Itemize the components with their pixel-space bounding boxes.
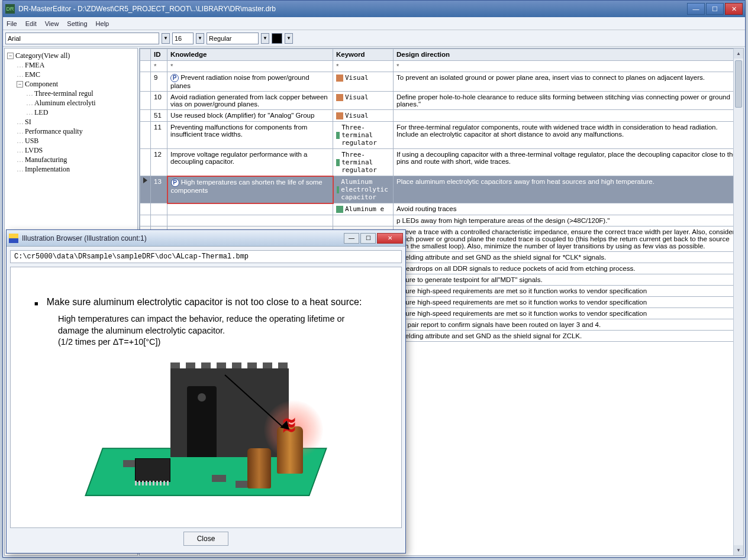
knowledge-filter[interactable]: * xyxy=(167,61,333,72)
knowledge-cell: Avoid radiation generated from lack copp… xyxy=(167,92,333,110)
style-select[interactable] xyxy=(207,33,259,44)
id-filter[interactable]: * xyxy=(151,61,167,72)
tree-item[interactable]: …Aluminum electrolyti xyxy=(26,98,135,108)
tree-item[interactable]: …Performance quality xyxy=(17,127,135,136)
close-button[interactable]: ✕ xyxy=(725,3,743,15)
design-cell: If using a decoupling capacitor with a t… xyxy=(394,149,743,176)
font-dropdown-icon[interactable]: ▼ xyxy=(162,33,170,44)
menu-help[interactable]: Help xyxy=(96,20,109,27)
dialog-close-button[interactable]: Close xyxy=(183,532,229,546)
knowledge-cell: P High temperatures can shorten the life… xyxy=(167,176,333,203)
keyword-icon xyxy=(336,112,343,119)
knowledge-header[interactable]: Knowledge xyxy=(167,49,333,61)
dialog-minimize-button[interactable]: — xyxy=(344,233,359,244)
app-icon: DR xyxy=(5,4,15,14)
info-icon: P xyxy=(170,74,179,82)
id-cell: 11 xyxy=(151,122,167,149)
tree-item[interactable]: …USB xyxy=(17,136,135,145)
scroll-down-icon[interactable]: ▼ xyxy=(734,545,743,555)
table-row[interactable]: 11Preventing malfunctions for components… xyxy=(140,122,743,149)
dialog-icon xyxy=(9,234,18,243)
design-cell: For three-terminal regulator components,… xyxy=(394,122,743,149)
tree-collapse-icon[interactable]: − xyxy=(7,53,14,59)
keyword-icon xyxy=(337,186,340,193)
tree-item[interactable]: …EMC xyxy=(17,70,135,79)
menu-edit[interactable]: Edit xyxy=(25,20,37,27)
keyword-icon xyxy=(336,75,343,82)
menu-file[interactable]: File xyxy=(7,20,17,27)
dialog-title-bar[interactable]: Illustration Browser (Illustration count… xyxy=(7,230,405,247)
keyword-icon xyxy=(336,159,340,166)
design-header[interactable]: Design direction xyxy=(394,49,743,61)
id-cell: 51 xyxy=(151,110,167,122)
menu-view[interactable]: View xyxy=(45,20,59,27)
keyword-text: Three-terminal regulator xyxy=(341,151,390,174)
tree-item[interactable]: …FMEA xyxy=(17,60,135,70)
color-swatch[interactable] xyxy=(272,33,282,44)
tree-item-component[interactable]: −Component xyxy=(17,79,135,89)
tree-item[interactable]: …Implementation xyxy=(17,164,135,174)
id-cell xyxy=(151,203,167,215)
knowledge-cell xyxy=(167,215,333,226)
dialog-close-x-button[interactable]: ✕ xyxy=(377,233,403,244)
table-row[interactable]: 12Improve voltage regulator performance … xyxy=(140,149,743,176)
maximize-button[interactable]: ☐ xyxy=(706,3,724,15)
keyword-icon xyxy=(336,132,340,139)
keyword-filter[interactable]: * xyxy=(333,61,394,72)
color-dropdown-icon[interactable]: ▼ xyxy=(285,33,293,44)
keyword-cell: Visual xyxy=(333,72,394,92)
keyword-cell: Three-terminal regulator xyxy=(333,122,394,149)
table-row[interactable]: 10Avoid radiation generated from lack co… xyxy=(140,92,743,110)
toolbar: ▼ ▼ ▼ ▼ xyxy=(3,30,745,47)
table-row[interactable]: Aluminum eAvoid routing traces xyxy=(140,203,743,215)
dialog-title: Illustration Browser (Illustration count… xyxy=(22,234,344,242)
keyword-cell: Aluminum electrolytic capacitor xyxy=(333,176,394,203)
design-filter[interactable]: * xyxy=(394,61,743,72)
keyword-icon xyxy=(336,94,343,101)
tree-collapse-icon[interactable]: − xyxy=(17,81,23,88)
font-select[interactable] xyxy=(5,33,159,44)
keyword-header[interactable]: Keyword xyxy=(333,49,394,61)
dialog-maximize-button[interactable]: ☐ xyxy=(360,233,376,244)
design-cell: e sure high-speed requirements are met s… xyxy=(394,286,743,297)
minimize-button[interactable]: — xyxy=(687,3,705,15)
menu-bar: File Edit View Setting Help xyxy=(3,17,745,30)
tree-item[interactable]: …Three-terminal regul xyxy=(26,89,135,98)
design-cell: shielding attribute and set GND as the s… xyxy=(394,252,743,263)
design-cell: p LEDs away from high temperature areas … xyxy=(394,215,743,226)
id-header[interactable]: ID xyxy=(151,49,167,61)
id-cell: 10 xyxy=(151,92,167,110)
design-cell: e sure high-speed requirements are met s… xyxy=(394,308,743,319)
table-scrollbar[interactable]: ▲ ▼ xyxy=(733,48,743,555)
scroll-thumb[interactable] xyxy=(735,60,742,108)
illustration-diagram: ≋ xyxy=(88,357,324,504)
size-dropdown-icon[interactable]: ▼ xyxy=(196,33,204,44)
menu-setting[interactable]: Setting xyxy=(67,20,87,27)
design-cell: Place aluminum electrolytic capacitors a… xyxy=(394,176,743,203)
table-row[interactable]: 13P High temperatures can shorten the li… xyxy=(140,176,743,203)
keyword-text: Visual xyxy=(345,93,369,101)
keyword-cell: Visual xyxy=(333,92,394,110)
scroll-up-icon[interactable]: ▲ xyxy=(734,48,743,59)
illustration-canvas: ■Make sure aluminum electrolytic capacit… xyxy=(10,267,402,528)
illustration-path[interactable]: C:\cr5000\data\DRsample\sampleDRF\doc\AL… xyxy=(10,250,402,263)
tree-item[interactable]: …SI xyxy=(17,117,135,127)
id-cell: 12 xyxy=(151,149,167,176)
table-row[interactable]: 9P Prevent radiation noise from power/gr… xyxy=(140,72,743,92)
table-row[interactable]: 51Use reused block (Amplifier) for "Anal… xyxy=(140,110,743,122)
size-select[interactable] xyxy=(172,33,194,44)
illustration-browser-dialog: Illustration Browser (Illustration count… xyxy=(6,229,406,553)
keyword-text: Visual xyxy=(345,74,369,82)
design-cell: Define proper hole-to-hole clearance to … xyxy=(394,92,743,110)
keyword-cell: Three-terminal regulator xyxy=(333,149,394,176)
tree-item[interactable]: …LVDS xyxy=(17,145,135,155)
knowledge-cell: Preventing malfunctions for components f… xyxy=(167,122,333,149)
table-row[interactable]: p LEDs away from high temperature areas … xyxy=(140,215,743,226)
row-pointer-icon xyxy=(143,177,147,183)
tree-item[interactable]: …Manufacturing xyxy=(17,155,135,164)
tree-root[interactable]: Category(View all) xyxy=(15,51,70,60)
style-dropdown-icon[interactable]: ▼ xyxy=(261,33,269,44)
keyword-text: Aluminum electrolytic capacitor xyxy=(341,178,390,201)
knowledge-cell: P Prevent radiation noise from power/gro… xyxy=(167,72,333,92)
tree-item[interactable]: …LED xyxy=(26,108,135,117)
